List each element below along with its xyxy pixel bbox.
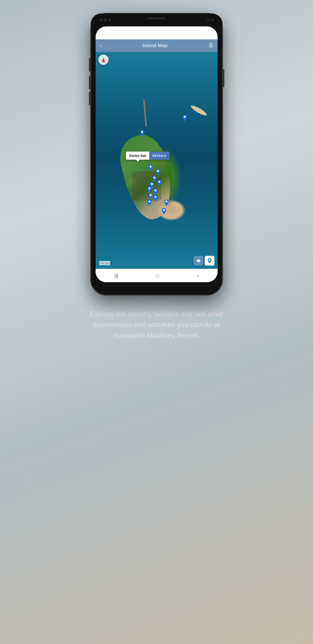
map-pin[interactable] <box>155 169 161 176</box>
map-controls <box>194 256 215 266</box>
compass-button[interactable] <box>98 54 109 65</box>
popup-details-button[interactable]: DETAILS <box>149 152 169 160</box>
svg-point-1 <box>184 116 186 118</box>
phone-screen: ‹ Island Map ☰ <box>96 26 218 282</box>
map-pin[interactable] <box>153 188 158 195</box>
front-camera <box>103 18 107 22</box>
svg-marker-14 <box>197 258 201 263</box>
phone-shell: ‹ Island Map ☰ <box>91 14 223 295</box>
camera-dot <box>100 19 102 21</box>
camera-group <box>100 18 111 22</box>
svg-point-8 <box>155 190 156 192</box>
description-text: Explore the resort's facilities and see … <box>81 308 233 354</box>
sensor-dot <box>109 19 111 21</box>
svg-point-15 <box>209 260 210 261</box>
ir-dot <box>211 19 214 21</box>
phone-top-bar <box>91 14 223 26</box>
directions-icon <box>196 258 201 264</box>
svg-point-4 <box>153 177 155 178</box>
recents-button[interactable]: ||| <box>110 271 123 280</box>
map-pin[interactable] <box>147 200 152 206</box>
selfie-camera <box>207 18 210 22</box>
speaker <box>148 18 166 19</box>
google-logo-g: G <box>100 262 102 265</box>
svg-point-11 <box>149 200 150 202</box>
page-title: Island Map <box>143 43 168 48</box>
google-logo-o1: o <box>102 262 104 265</box>
map-pin[interactable] <box>182 115 187 122</box>
svg-point-0 <box>141 131 143 133</box>
map-container[interactable]: Duniye Spa DETAILS Google <box>96 52 218 269</box>
app-content: ‹ Island Map ☰ <box>96 39 218 282</box>
navigation-bar: ||| □ ‹ <box>96 269 218 282</box>
svg-point-7 <box>149 188 150 189</box>
map-pin[interactable] <box>148 193 153 200</box>
popup-location-name: Duniye Spa <box>126 152 149 160</box>
map-pin[interactable] <box>148 164 153 171</box>
back-button[interactable]: ‹ <box>100 42 102 49</box>
compass-arrow <box>102 57 105 62</box>
svg-point-2 <box>150 166 151 168</box>
camera-group-right <box>207 18 214 22</box>
google-maps-icon <box>206 258 213 264</box>
home-button[interactable]: □ <box>152 271 164 280</box>
location-popup[interactable]: Duniye Spa DETAILS <box>126 152 169 160</box>
back-nav-button[interactable]: ‹ <box>192 271 203 280</box>
svg-point-6 <box>151 183 153 185</box>
menu-button[interactable]: ☰ <box>209 43 213 48</box>
svg-point-5 <box>158 181 160 183</box>
google-logo: Google <box>99 261 110 265</box>
app-header: ‹ Island Map ☰ <box>96 39 218 52</box>
svg-point-10 <box>155 196 156 198</box>
map-pin[interactable] <box>164 200 169 206</box>
map-pin[interactable] <box>147 186 152 193</box>
svg-point-12 <box>166 200 167 202</box>
map-pin[interactable] <box>152 176 157 182</box>
map-pin[interactable] <box>153 195 158 202</box>
map-pin[interactable] <box>161 208 167 215</box>
svg-point-13 <box>163 209 165 211</box>
directions-button[interactable] <box>194 256 203 266</box>
map-pin[interactable] <box>139 130 145 137</box>
svg-point-3 <box>157 170 159 172</box>
map-pin[interactable] <box>157 180 162 186</box>
phone-mockup: ‹ Island Map ☰ <box>91 14 223 295</box>
google-logo-e: e <box>108 262 109 265</box>
google-maps-button[interactable] <box>205 256 215 266</box>
svg-point-9 <box>150 194 151 196</box>
google-logo-o2: o <box>104 262 105 265</box>
